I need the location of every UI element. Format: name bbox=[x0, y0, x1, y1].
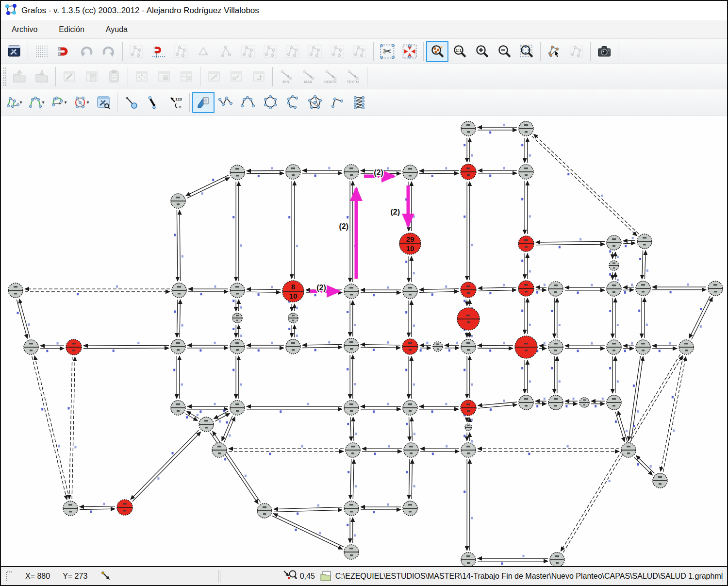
graph-node-49[interactable] bbox=[465, 424, 472, 431]
edge[interactable] bbox=[623, 240, 635, 241]
edge[interactable] bbox=[131, 430, 199, 500]
graph-node-22[interactable] bbox=[518, 281, 534, 296]
edge[interactable] bbox=[419, 289, 459, 290]
graph-node-29[interactable] bbox=[457, 308, 480, 330]
edge[interactable] bbox=[561, 354, 680, 552]
graph-node-56[interactable] bbox=[346, 443, 360, 457]
edge[interactable] bbox=[419, 173, 459, 174]
graph-node-44[interactable] bbox=[171, 401, 185, 415]
graph-node-57[interactable] bbox=[404, 443, 418, 457]
edge[interactable] bbox=[419, 170, 459, 171]
graph-node-60[interactable] bbox=[653, 473, 667, 488]
chevron-down-icon[interactable]: ▾ bbox=[42, 100, 44, 105]
graph-node-15[interactable] bbox=[8, 283, 23, 298]
graph-node-52[interactable] bbox=[579, 398, 589, 407]
edge[interactable] bbox=[409, 417, 410, 441]
graph-node-24[interactable] bbox=[607, 282, 621, 296]
graph-node-31[interactable] bbox=[66, 339, 82, 355]
edge[interactable] bbox=[618, 411, 627, 441]
graph-node-51[interactable] bbox=[548, 395, 563, 410]
shape-pentagon-button[interactable] bbox=[304, 92, 326, 113]
shape-arc-button[interactable] bbox=[237, 92, 259, 113]
edge[interactable] bbox=[419, 291, 459, 292]
edge[interactable] bbox=[274, 510, 342, 512]
graph-node-37[interactable] bbox=[433, 342, 443, 352]
graph-node-58[interactable] bbox=[461, 443, 476, 457]
graph-node-61[interactable] bbox=[63, 501, 78, 516]
graph-node-35[interactable] bbox=[344, 338, 359, 353]
edge[interactable] bbox=[615, 412, 625, 442]
edge[interactable] bbox=[247, 289, 281, 290]
select-nodes-button[interactable] bbox=[543, 41, 565, 62]
draw-edge-value-button[interactable]: 123 b bbox=[165, 92, 187, 113]
graph-node-68[interactable] bbox=[550, 553, 564, 567]
edge[interactable] bbox=[536, 241, 605, 242]
edge[interactable] bbox=[361, 347, 400, 348]
edge[interactable] bbox=[532, 136, 637, 236]
cut-selection-button[interactable]: ✂ bbox=[376, 41, 398, 62]
edge[interactable] bbox=[213, 431, 261, 502]
graph-node-11[interactable] bbox=[518, 236, 534, 251]
edge[interactable] bbox=[177, 300, 178, 337]
graph-node-5[interactable] bbox=[344, 165, 359, 179]
shape-corner-button[interactable] bbox=[326, 92, 348, 113]
edge[interactable] bbox=[534, 134, 639, 234]
zoom-in-button[interactable] bbox=[471, 41, 493, 62]
edge[interactable] bbox=[350, 417, 351, 441]
graph-node-12[interactable] bbox=[607, 235, 621, 250]
zoom-selection-button[interactable] bbox=[426, 41, 448, 62]
graph-node-13[interactable] bbox=[637, 234, 652, 249]
edge[interactable] bbox=[247, 292, 281, 292]
draw-edge-button[interactable] bbox=[142, 92, 165, 113]
graph-node-8[interactable] bbox=[519, 165, 533, 179]
algorithm-flow-button[interactable]: ▾ bbox=[48, 92, 70, 113]
graph-node-38[interactable] bbox=[461, 339, 476, 354]
edge[interactable] bbox=[34, 356, 69, 499]
graph-node-18[interactable]: 810 bbox=[282, 281, 304, 302]
edge[interactable] bbox=[409, 459, 410, 499]
menu-edicion[interactable]: Edición bbox=[48, 22, 95, 37]
edge[interactable] bbox=[17, 300, 27, 338]
edge[interactable] bbox=[72, 357, 75, 499]
shape-cshape-button[interactable] bbox=[281, 92, 304, 113]
graph-node-14[interactable] bbox=[609, 261, 619, 270]
graph-node-53[interactable] bbox=[607, 395, 621, 410]
shape-mesh-button[interactable] bbox=[348, 92, 371, 113]
graph-node-26[interactable] bbox=[708, 281, 723, 296]
edge[interactable] bbox=[83, 345, 169, 346]
algorithm-path-button[interactable]: ▾ bbox=[3, 92, 25, 113]
edge[interactable] bbox=[302, 347, 342, 348]
zoom-fit-button[interactable] bbox=[515, 41, 538, 62]
edge[interactable] bbox=[19, 299, 30, 338]
edge[interactable] bbox=[32, 356, 67, 500]
edge[interactable] bbox=[80, 506, 115, 507]
chevron-down-icon[interactable]: ▾ bbox=[19, 100, 22, 105]
edge[interactable] bbox=[353, 459, 354, 499]
edge[interactable] bbox=[247, 173, 284, 174]
draw-node-edge-button[interactable] bbox=[120, 92, 142, 113]
edge[interactable] bbox=[692, 297, 712, 339]
edge[interactable] bbox=[478, 287, 516, 288]
edge[interactable] bbox=[80, 509, 115, 509]
shape-zigzag-button[interactable] bbox=[215, 92, 237, 113]
edge[interactable] bbox=[478, 348, 513, 349]
undo-button[interactable] bbox=[75, 41, 98, 62]
edge[interactable] bbox=[180, 300, 180, 337]
menu-ayuda[interactable]: Ayuda bbox=[95, 22, 138, 37]
graph-node-7[interactable] bbox=[461, 164, 476, 180]
edge[interactable] bbox=[412, 459, 412, 499]
graph-node-25[interactable] bbox=[636, 281, 650, 296]
edge[interactable] bbox=[273, 514, 344, 547]
edge[interactable] bbox=[642, 251, 643, 279]
graph-node-64[interactable] bbox=[344, 501, 359, 516]
edge[interactable] bbox=[361, 345, 400, 345]
edge[interactable] bbox=[302, 345, 342, 345]
magnet-button[interactable] bbox=[53, 41, 75, 62]
graph-node-48[interactable] bbox=[461, 400, 476, 416]
graph-node-45[interactable] bbox=[230, 401, 245, 415]
graph-node-33[interactable] bbox=[230, 339, 245, 354]
snapshot-button[interactable] bbox=[593, 41, 615, 62]
graph-node-41[interactable] bbox=[607, 340, 621, 354]
chevron-down-icon[interactable]: ▾ bbox=[64, 100, 66, 105]
graph-node-62[interactable] bbox=[117, 500, 132, 515]
